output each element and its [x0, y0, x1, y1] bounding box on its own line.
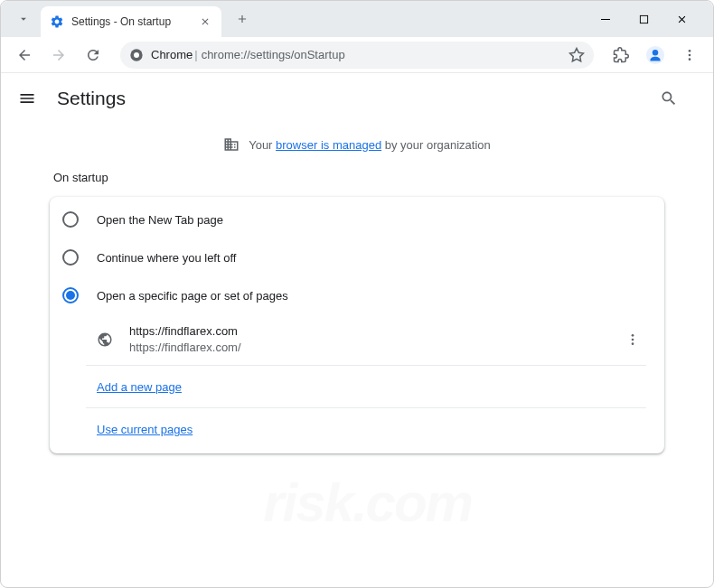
svg-point-8	[689, 58, 691, 61]
minimize-button[interactable]	[592, 5, 619, 33]
building-icon	[223, 136, 240, 153]
browser-tab[interactable]: Settings - On startup	[41, 6, 221, 37]
back-button[interactable]	[10, 41, 39, 70]
banner-suffix: by your organization	[381, 138, 491, 152]
radio-icon	[62, 211, 79, 228]
settings-favicon-icon	[50, 14, 64, 29]
banner-prefix: Your	[249, 138, 276, 152]
startup-page-url: https://findflarex.com/	[129, 340, 603, 356]
radio-label: Continue where you left off	[97, 251, 236, 265]
radio-label: Open the New Tab page	[97, 213, 223, 227]
svg-rect-0	[601, 19, 610, 20]
managed-banner: Your browser is managed by your organiza…	[1, 124, 713, 165]
settings-header: Settings	[1, 73, 713, 124]
reload-button[interactable]	[79, 41, 108, 70]
forward-button[interactable]	[44, 41, 73, 70]
page-more-button[interactable]	[619, 326, 646, 353]
hamburger-menu-button[interactable]	[14, 85, 41, 112]
page-title: Settings	[57, 88, 126, 109]
search-settings-button[interactable]	[655, 85, 682, 112]
svg-point-9	[632, 334, 634, 337]
radio-option-newtab[interactable]: Open the New Tab page	[50, 201, 664, 238]
svg-point-6	[689, 50, 691, 52]
radio-label: Open a specific page or set of pages	[97, 289, 288, 303]
maximize-button[interactable]	[630, 5, 657, 33]
tab-search-dropdown[interactable]	[10, 6, 37, 32]
toolbar: Chrome | chrome://settings/onStartup	[1, 37, 713, 73]
svg-point-10	[632, 339, 634, 341]
radio-icon	[62, 249, 79, 266]
svg-point-3	[134, 52, 139, 58]
managed-link[interactable]: browser is managed	[276, 138, 381, 152]
tab-title: Settings - On startup	[71, 15, 191, 28]
svg-point-11	[632, 343, 634, 346]
new-tab-button[interactable]	[229, 5, 256, 33]
titlebar: Settings - On startup	[1, 1, 713, 37]
close-window-button[interactable]	[668, 5, 695, 33]
startup-page-row: https://findflarex.com https://findflare…	[86, 314, 646, 366]
use-current-link[interactable]: Use current pages	[97, 423, 193, 436]
radio-option-continue[interactable]: Continue where you left off	[50, 238, 664, 276]
radio-option-specific[interactable]: Open a specific page or set of pages	[50, 276, 664, 314]
globe-icon	[97, 331, 113, 348]
extensions-button[interactable]	[606, 41, 635, 70]
bookmark-star-icon[interactable]	[568, 47, 585, 63]
svg-point-5	[653, 50, 658, 55]
section-title: On startup	[50, 165, 664, 197]
chrome-menu-button[interactable]	[675, 41, 704, 70]
startup-page-title: https://findflarex.com	[129, 323, 603, 340]
url-scheme-label: Chrome	[151, 48, 193, 61]
content-area: Your browser is managed by your organiza…	[1, 124, 713, 587]
chrome-icon	[129, 48, 144, 62]
profile-button[interactable]	[641, 41, 670, 70]
tab-close-button[interactable]	[198, 14, 212, 29]
add-page-link[interactable]: Add a new page	[97, 380, 182, 394]
startup-card: Open the New Tab page Continue where you…	[50, 197, 664, 453]
radio-icon	[62, 287, 79, 303]
address-bar[interactable]: Chrome | chrome://settings/onStartup	[120, 42, 594, 69]
svg-point-7	[689, 53, 691, 56]
url-text: chrome://settings/onStartup	[202, 48, 561, 61]
svg-rect-1	[640, 15, 647, 23]
